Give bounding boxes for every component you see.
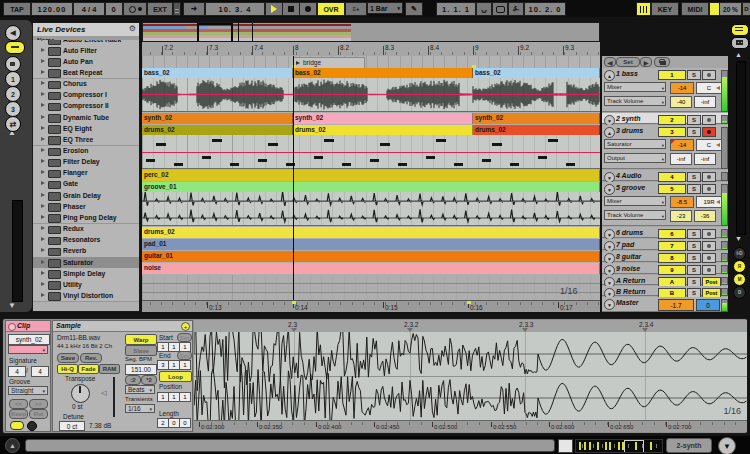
- track-header-8-guitar[interactable]: ▼8 guitar8S: [602, 251, 728, 262]
- device-chooser[interactable]: Mixer▾: [604, 196, 666, 206]
- loop-start-field[interactable]: 1. 1. 1: [436, 2, 476, 16]
- solo-button[interactable]: S: [687, 253, 701, 263]
- browser-scrollbar[interactable]: [12, 200, 23, 302]
- fold-track-button[interactable]: ▼: [604, 299, 615, 310]
- sidebar-tab-hide-browser[interactable]: ◀: [5, 25, 21, 41]
- midi-note[interactable]: [324, 139, 334, 142]
- arm-button[interactable]: [702, 229, 716, 239]
- detune-field[interactable]: 0 ct: [59, 421, 85, 431]
- arm-button[interactable]: [702, 265, 716, 275]
- automation-value-field[interactable]: -40: [670, 96, 692, 108]
- disclosure-triangle-icon[interactable]: [41, 282, 45, 286]
- midi-note[interactable]: [454, 163, 463, 166]
- disclosure-triangle-icon[interactable]: [41, 204, 45, 208]
- playhead-line[interactable]: [293, 56, 294, 300]
- sidebar-tab-file-browser-2[interactable]: 2: [5, 86, 21, 102]
- fold-track-button[interactable]: ▲: [604, 70, 615, 81]
- arrange-scrollbar[interactable]: [736, 61, 746, 235]
- midi-note[interactable]: [492, 143, 502, 146]
- arm-button[interactable]: [702, 115, 716, 125]
- solo-button[interactable]: S: [687, 115, 701, 125]
- device-chooser[interactable]: Saturator▾: [604, 139, 666, 149]
- reverse-sample-button[interactable]: Rev.: [80, 353, 102, 363]
- session-view-toggle[interactable]: [731, 37, 749, 49]
- disclosure-triangle-icon[interactable]: [41, 40, 45, 41]
- midi-note[interactable]: [146, 159, 155, 162]
- clip-bass_02[interactable]: bass_02: [473, 68, 600, 78]
- transients-chooser[interactable]: 1/16▾: [125, 404, 155, 413]
- disclosure-triangle-icon[interactable]: [41, 260, 45, 264]
- midi-note[interactable]: [370, 159, 379, 162]
- clip-guitar_01[interactable]: guitar_01: [142, 251, 600, 262]
- clip-drums_02[interactable]: drums_02: [142, 125, 293, 135]
- disclosure-triangle-icon[interactable]: [41, 248, 45, 252]
- automation-value-field[interactable]: C: [696, 139, 722, 151]
- seg-bpm-field[interactable]: 151.00: [125, 364, 157, 375]
- arm-button[interactable]: [702, 70, 716, 80]
- track-activator[interactable]: 8: [658, 253, 686, 263]
- sidebar-tab-file-browser-3[interactable]: 3: [5, 101, 21, 117]
- signature-denominator-field[interactable]: 4: [31, 366, 49, 377]
- midi-note[interactable]: [538, 156, 547, 159]
- midi-map-button[interactable]: MIDI: [681, 2, 709, 16]
- save-sample-button[interactable]: Save: [57, 353, 79, 363]
- keep-button[interactable]: Keep: [9, 409, 28, 419]
- arrangement-position-field[interactable]: 10. 3. 4: [205, 2, 265, 16]
- solo-button[interactable]: S: [687, 184, 701, 194]
- midi-note[interactable]: [380, 143, 390, 146]
- play-button[interactable]: [265, 2, 283, 16]
- master-volume-field[interactable]: -1.7: [658, 299, 694, 311]
- clip-drums_02[interactable]: drums_02: [473, 125, 600, 135]
- arrange-scroll-up[interactable]: ▲: [735, 51, 742, 58]
- solo-button[interactable]: S: [687, 241, 701, 251]
- automation-value-field[interactable]: -14: [670, 82, 694, 94]
- info-view-toggle[interactable]: ▲: [5, 438, 20, 453]
- track-header-6-drums[interactable]: ▼6 drums6S: [602, 227, 728, 238]
- automation-value-field[interactable]: C: [696, 82, 722, 94]
- loop-right-arrow[interactable]: ▶: [640, 57, 652, 67]
- lock-envelopes-button[interactable]: [654, 57, 670, 67]
- arrangement-overview[interactable]: [142, 22, 600, 42]
- midi-note[interactable]: [566, 163, 575, 166]
- solo-button[interactable]: S: [687, 127, 701, 137]
- nudge-back-button[interactable]: <<: [9, 399, 28, 409]
- stop-button[interactable]: [282, 2, 300, 16]
- clip-noise[interactable]: noise: [142, 263, 600, 274]
- automation-value-field[interactable]: -14: [670, 139, 694, 151]
- track-activator[interactable]: 2: [658, 115, 686, 125]
- track-activator[interactable]: 9: [658, 265, 686, 275]
- bpm-half-button[interactable]: :2: [125, 375, 141, 385]
- hiq-button[interactable]: Hi-Q: [57, 364, 78, 374]
- midi-note[interactable]: [212, 139, 222, 142]
- track-activator[interactable]: 6: [658, 229, 686, 239]
- track-header-5-groove[interactable]: ▼5 groove5SMixer▾-8.519RTrack Volume▾-23…: [602, 182, 728, 226]
- arrange-scroll-down[interactable]: ▼: [735, 235, 742, 242]
- disclosure-triangle-icon[interactable]: [41, 115, 45, 119]
- gain-slider[interactable]: [113, 377, 115, 417]
- track-header-7-pad[interactable]: ▼7 pad7S: [602, 239, 728, 250]
- ram-button[interactable]: RAM: [99, 364, 120, 374]
- sample-waveform-display[interactable]: [194, 332, 747, 420]
- show-i-o-toggle[interactable]: I-O: [733, 247, 746, 260]
- disclosure-triangle-icon[interactable]: [41, 92, 45, 96]
- track-activator[interactable]: 1: [658, 70, 686, 80]
- sidebar-tab-device-browser[interactable]: [5, 41, 25, 54]
- midi-note[interactable]: [482, 159, 491, 162]
- track-header-B-Return[interactable]: ▼B ReturnBSPost: [602, 286, 728, 296]
- disclosure-triangle-icon[interactable]: [41, 215, 45, 219]
- loop-toggle-button[interactable]: Loop: [159, 371, 192, 382]
- computer-midi-keyboard-button[interactable]: [636, 2, 651, 16]
- clip-synth_02[interactable]: synth_02: [473, 113, 600, 124]
- warp-button[interactable]: Warp: [125, 334, 157, 345]
- clip-body[interactable]: [142, 78, 600, 111]
- track-header-3-drums[interactable]: ▲3 drums3SSaturator▾-14COutput▾-inf-inf: [602, 125, 728, 169]
- clip-pad_01[interactable]: pad_01: [142, 239, 600, 250]
- disclosure-triangle-icon[interactable]: [41, 181, 45, 185]
- hot-swap-sample-icon[interactable]: +: [181, 322, 190, 331]
- automation-value-field[interactable]: -inf: [694, 153, 716, 165]
- nudge-field[interactable]: 0: [105, 2, 123, 16]
- clip-synth_02[interactable]: synth_02: [142, 113, 293, 124]
- clip-synth_02[interactable]: synth_02: [293, 113, 473, 124]
- disclosure-triangle-icon[interactable]: [41, 271, 45, 275]
- gear-icon[interactable]: ⚙: [129, 24, 136, 33]
